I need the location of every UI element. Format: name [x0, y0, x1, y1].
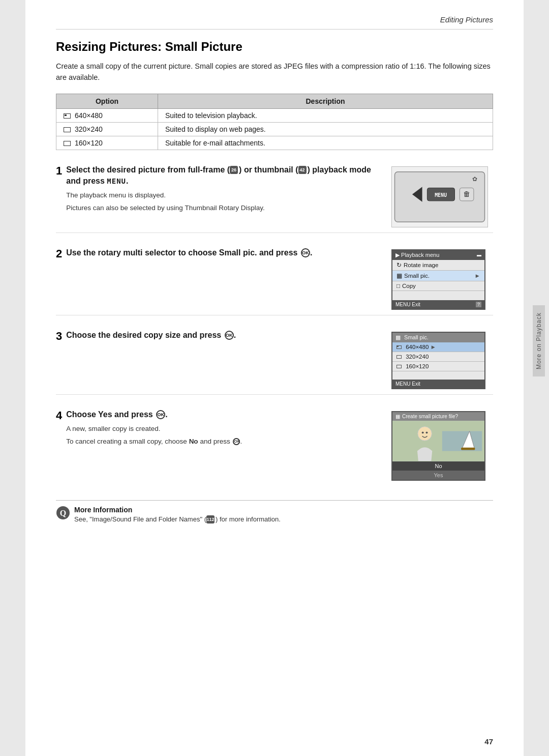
ok-icon: OK: [301, 248, 310, 257]
step-4-content: Choose Yes and press OK. A new, smaller …: [66, 409, 381, 447]
step-1-right: MENU 🗑 ✿: [391, 164, 493, 227]
step-4: 4 Choose Yes and press OK. A new, smalle…: [56, 409, 493, 486]
step-3-title: Choose the desired copy size and press O…: [66, 330, 381, 341]
step-2-right: ▶ Playback menu ▬ ↻ Rotate image ▦ Small…: [391, 247, 493, 310]
size-item-320: 320×240: [392, 352, 484, 362]
svg-point-13: [426, 431, 428, 433]
step-3: 3 Choose the desired copy size and press…: [56, 330, 493, 395]
step-3-right: ▦ Small pic. 640×480 ► 320×240 160×: [391, 330, 493, 389]
step-3-left: 3 Choose the desired copy size and press…: [56, 330, 391, 345]
step-2-content: Use the rotary multi selector to choose …: [66, 247, 381, 263]
step-1-title: Select the desired picture from full-fra…: [66, 164, 381, 187]
table-cell-option: 640×480: [56, 108, 158, 122]
intro-text: Create a small copy of the current pictu…: [56, 61, 493, 83]
step-1-note2: Pictures can also be selected by using T…: [66, 203, 381, 213]
size-item-640: 640×480 ►: [392, 342, 484, 352]
table-cell-desc: Suitable for e-mail attachments.: [158, 136, 493, 150]
more-info-icon: Q: [56, 506, 70, 520]
more-info-content: More Information See, "Image/Sound File …: [74, 506, 281, 524]
playback-menu-screen: ▶ Playback menu ▬ ↻ Rotate image ▦ Small…: [391, 249, 485, 310]
more-info-text: See, "Image/Sound File and Folder Names"…: [74, 515, 281, 524]
table-cell-desc: Suited to television playback.: [158, 108, 493, 122]
table-cell-option: 320×240: [56, 122, 158, 136]
page-container: Editing Pictures Resizing Pictures: Smal…: [25, 0, 524, 756]
table-col1-header: Option: [56, 94, 158, 108]
step-4-note2: To cancel creating a small copy, choose …: [66, 437, 381, 447]
step-1-left: 1 Select the desired picture from full-f…: [56, 164, 391, 214]
confirm-yes-btn[interactable]: Yes: [392, 471, 484, 480]
size-item-160: 160×120: [392, 362, 484, 371]
page-number: 47: [484, 737, 493, 746]
svg-rect-10: [461, 447, 475, 450]
camera-diagram: MENU 🗑 ✿: [391, 166, 488, 227]
step-1-note1: The playback menu is displayed.: [66, 191, 381, 200]
step-4-title: Choose Yes and press OK.: [66, 409, 381, 420]
table-cell-option: 160×120: [56, 136, 158, 150]
menu-screen-footer: MENU Exit ?: [392, 300, 484, 309]
table-col2-header: Description: [158, 94, 493, 108]
svg-point-12: [422, 431, 424, 433]
step-1-number: 1: [56, 164, 62, 178]
size-selection-screen: ▦ Small pic. 640×480 ► 320×240 160×: [391, 332, 485, 389]
ok-icon-3: OK: [225, 331, 234, 340]
steps-section: 1 Select the desired picture from full-f…: [56, 164, 493, 486]
step-4-number: 4: [56, 409, 62, 422]
header-title: Editing Pictures: [440, 15, 493, 24]
size-screen-footer: MENU Exit: [392, 380, 484, 388]
step-4-note1: A new, smaller copy is created.: [66, 424, 381, 434]
step-1-content: Select the desired picture from full-fra…: [66, 164, 381, 214]
page-title: Resizing Pictures: Small Picture: [56, 40, 493, 54]
size-screen-title: ▦ Small pic.: [392, 333, 484, 342]
confirm-image-area: [392, 421, 484, 461]
table-row: 320×240 Suited to display on web pages.: [56, 122, 493, 136]
more-info-title: More Information: [74, 506, 281, 514]
ref-icon-1: 26: [230, 166, 238, 174]
menu-word: MENU: [107, 177, 126, 185]
step-2: 2 Use the rotary multi selector to choos…: [56, 247, 493, 315]
step-2-left: 2 Use the rotary multi selector to choos…: [56, 247, 391, 263]
step-1: 1 Select the desired picture from full-f…: [56, 164, 493, 233]
svg-point-11: [418, 426, 432, 440]
step-2-number: 2: [56, 247, 62, 260]
svg-text:✿: ✿: [472, 175, 477, 182]
menu-item-copy: □ Copy: [392, 281, 484, 291]
ref-icon-2: 42: [298, 166, 307, 174]
confirm-screen: ▦ Create small picture file?: [391, 411, 485, 481]
ok-icon-4: OK: [156, 410, 165, 419]
step-4-right: ▦ Create small picture file?: [391, 409, 493, 481]
menu-item-smallpic: ▦ Small pic. ►: [392, 271, 484, 281]
step-3-content: Choose the desired copy size and press O…: [66, 330, 381, 345]
step-4-left: 4 Choose Yes and press OK. A new, smalle…: [56, 409, 391, 447]
svg-text:Q: Q: [60, 509, 66, 517]
ref-icon-112: 112: [206, 515, 215, 524]
menu-screen-title: ▶ Playback menu ▬: [392, 250, 484, 260]
svg-text:🗑: 🗑: [463, 190, 470, 198]
more-info-section: Q More Information See, "Image/Sound Fil…: [56, 500, 493, 524]
options-table: Option Description 640×480 Suited to tel…: [56, 94, 493, 150]
confirm-title-bar: ▦ Create small picture file?: [392, 412, 484, 421]
svg-text:MENU: MENU: [435, 192, 447, 198]
table-row: 640×480 Suited to television playback.: [56, 108, 493, 122]
step-2-title: Use the rotary multi selector to choose …: [66, 247, 381, 258]
ok-icon-4b: OK: [233, 438, 240, 445]
table-row: 160×120 Suitable for e-mail attachments.: [56, 136, 493, 150]
menu-item-rotate: ↻ Rotate image: [392, 260, 484, 271]
table-cell-desc: Suited to display on web pages.: [158, 122, 493, 136]
confirm-no-btn[interactable]: No: [392, 461, 484, 471]
page-header: Editing Pictures: [56, 15, 493, 30]
sidebar-label: More on Playback: [533, 305, 545, 376]
step-3-number: 3: [56, 330, 62, 343]
